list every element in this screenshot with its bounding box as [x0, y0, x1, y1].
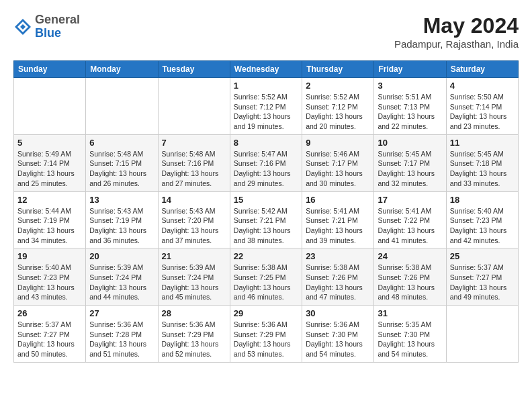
day-cell	[86, 78, 158, 135]
day-cell	[446, 306, 518, 363]
location-title: Padampur, Rajasthan, India	[394, 38, 519, 50]
day-number: 22	[234, 251, 298, 261]
day-info: Sunrise: 5:47 AM Sunset: 7:16 PM Dayligh…	[234, 149, 298, 189]
week-row-2: 5Sunrise: 5:49 AM Sunset: 7:14 PM Daylig…	[14, 134, 519, 191]
day-cell: 26Sunrise: 5:37 AM Sunset: 7:27 PM Dayli…	[14, 306, 86, 363]
day-info: Sunrise: 5:43 AM Sunset: 7:19 PM Dayligh…	[89, 206, 154, 246]
day-info: Sunrise: 5:45 AM Sunset: 7:17 PM Dayligh…	[378, 149, 442, 189]
day-cell: 18Sunrise: 5:40 AM Sunset: 7:23 PM Dayli…	[446, 191, 518, 248]
day-cell: 15Sunrise: 5:42 AM Sunset: 7:21 PM Dayli…	[230, 191, 302, 248]
day-number: 6	[89, 138, 154, 148]
month-year-title: May 2024	[394, 13, 519, 38]
day-info: Sunrise: 5:48 AM Sunset: 7:16 PM Dayligh…	[162, 149, 226, 189]
calendar-header: SundayMondayTuesdayWednesdayThursdayFrid…	[14, 61, 519, 78]
day-cell: 22Sunrise: 5:38 AM Sunset: 7:25 PM Dayli…	[230, 248, 302, 306]
day-info: Sunrise: 5:43 AM Sunset: 7:20 PM Dayligh…	[162, 206, 226, 246]
title-block: May 2024 Padampur, Rajasthan, India	[394, 13, 519, 50]
day-cell: 3Sunrise: 5:51 AM Sunset: 7:13 PM Daylig…	[374, 78, 446, 135]
day-info: Sunrise: 5:40 AM Sunset: 7:23 PM Dayligh…	[17, 263, 82, 302]
day-info: Sunrise: 5:46 AM Sunset: 7:17 PM Dayligh…	[306, 149, 370, 189]
day-cell: 7Sunrise: 5:48 AM Sunset: 7:16 PM Daylig…	[158, 134, 230, 191]
day-cell: 25Sunrise: 5:37 AM Sunset: 7:27 PM Dayli…	[446, 248, 518, 306]
day-cell: 8Sunrise: 5:47 AM Sunset: 7:16 PM Daylig…	[230, 134, 302, 191]
logo-icon	[13, 17, 32, 36]
day-info: Sunrise: 5:39 AM Sunset: 7:24 PM Dayligh…	[89, 263, 154, 302]
day-cell: 14Sunrise: 5:43 AM Sunset: 7:20 PM Dayli…	[158, 191, 230, 248]
day-number: 8	[234, 138, 298, 148]
day-number: 28	[162, 308, 226, 318]
day-cell	[14, 78, 86, 135]
day-info: Sunrise: 5:36 AM Sunset: 7:29 PM Dayligh…	[162, 320, 226, 359]
day-number: 25	[450, 251, 515, 261]
day-number: 15	[234, 195, 298, 205]
calendar-body: 1Sunrise: 5:52 AM Sunset: 7:12 PM Daylig…	[14, 78, 519, 363]
day-number: 1	[234, 81, 298, 91]
day-cell: 21Sunrise: 5:39 AM Sunset: 7:24 PM Dayli…	[158, 248, 230, 306]
day-number: 26	[17, 308, 82, 318]
day-number: 31	[378, 308, 442, 318]
day-number: 18	[450, 195, 515, 205]
day-info: Sunrise: 5:35 AM Sunset: 7:30 PM Dayligh…	[378, 320, 442, 359]
day-info: Sunrise: 5:37 AM Sunset: 7:27 PM Dayligh…	[450, 263, 515, 302]
day-cell: 30Sunrise: 5:36 AM Sunset: 7:30 PM Dayli…	[302, 306, 374, 363]
header-row: SundayMondayTuesdayWednesdayThursdayFrid…	[14, 61, 519, 78]
day-cell: 12Sunrise: 5:44 AM Sunset: 7:19 PM Dayli…	[14, 191, 86, 248]
day-info: Sunrise: 5:37 AM Sunset: 7:27 PM Dayligh…	[17, 320, 82, 359]
logo-general-text: General	[35, 13, 80, 26]
day-cell	[158, 78, 230, 135]
day-info: Sunrise: 5:38 AM Sunset: 7:26 PM Dayligh…	[378, 263, 442, 302]
day-number: 5	[17, 138, 82, 148]
day-number: 10	[378, 138, 442, 148]
day-info: Sunrise: 5:42 AM Sunset: 7:21 PM Dayligh…	[234, 206, 298, 246]
day-info: Sunrise: 5:49 AM Sunset: 7:14 PM Dayligh…	[17, 149, 82, 189]
logo-text: General Blue	[35, 13, 80, 40]
day-info: Sunrise: 5:36 AM Sunset: 7:29 PM Dayligh…	[234, 320, 298, 359]
day-info: Sunrise: 5:36 AM Sunset: 7:28 PM Dayligh…	[89, 320, 154, 359]
day-number: 30	[306, 308, 370, 318]
day-info: Sunrise: 5:45 AM Sunset: 7:18 PM Dayligh…	[450, 149, 515, 189]
day-cell: 10Sunrise: 5:45 AM Sunset: 7:17 PM Dayli…	[374, 134, 446, 191]
day-info: Sunrise: 5:50 AM Sunset: 7:14 PM Dayligh…	[450, 92, 515, 132]
day-cell: 23Sunrise: 5:38 AM Sunset: 7:26 PM Dayli…	[302, 248, 374, 306]
day-info: Sunrise: 5:41 AM Sunset: 7:22 PM Dayligh…	[378, 206, 442, 246]
day-number: 20	[89, 251, 154, 261]
day-cell: 1Sunrise: 5:52 AM Sunset: 7:12 PM Daylig…	[230, 78, 302, 135]
day-info: Sunrise: 5:52 AM Sunset: 7:12 PM Dayligh…	[306, 92, 370, 132]
day-number: 14	[162, 195, 226, 205]
day-cell: 28Sunrise: 5:36 AM Sunset: 7:29 PM Dayli…	[158, 306, 230, 363]
day-info: Sunrise: 5:36 AM Sunset: 7:30 PM Dayligh…	[306, 320, 370, 359]
header-cell-friday: Friday	[374, 61, 446, 78]
day-cell: 31Sunrise: 5:35 AM Sunset: 7:30 PM Dayli…	[374, 306, 446, 363]
day-number: 2	[306, 81, 370, 91]
calendar-table: SundayMondayTuesdayWednesdayThursdayFrid…	[13, 60, 519, 363]
page-header: General Blue May 2024 Padampur, Rajastha…	[13, 13, 519, 50]
day-number: 29	[234, 308, 298, 318]
day-info: Sunrise: 5:38 AM Sunset: 7:26 PM Dayligh…	[306, 263, 370, 302]
day-number: 13	[89, 195, 154, 205]
day-number: 17	[378, 195, 442, 205]
day-number: 9	[306, 138, 370, 148]
header-cell-monday: Monday	[86, 61, 158, 78]
header-cell-saturday: Saturday	[446, 61, 518, 78]
logo: General Blue	[13, 13, 80, 40]
week-row-3: 12Sunrise: 5:44 AM Sunset: 7:19 PM Dayli…	[14, 191, 519, 248]
day-info: Sunrise: 5:48 AM Sunset: 7:15 PM Dayligh…	[89, 149, 154, 189]
day-number: 7	[162, 138, 226, 148]
day-info: Sunrise: 5:51 AM Sunset: 7:13 PM Dayligh…	[378, 92, 442, 132]
day-number: 24	[378, 251, 442, 261]
day-number: 21	[162, 251, 226, 261]
logo-blue-text: Blue	[35, 26, 61, 40]
header-cell-tuesday: Tuesday	[158, 61, 230, 78]
day-info: Sunrise: 5:41 AM Sunset: 7:21 PM Dayligh…	[306, 206, 370, 246]
day-number: 16	[306, 195, 370, 205]
day-cell: 5Sunrise: 5:49 AM Sunset: 7:14 PM Daylig…	[14, 134, 86, 191]
header-cell-thursday: Thursday	[302, 61, 374, 78]
day-cell: 29Sunrise: 5:36 AM Sunset: 7:29 PM Dayli…	[230, 306, 302, 363]
day-cell: 27Sunrise: 5:36 AM Sunset: 7:28 PM Dayli…	[86, 306, 158, 363]
day-number: 12	[17, 195, 82, 205]
week-row-1: 1Sunrise: 5:52 AM Sunset: 7:12 PM Daylig…	[14, 78, 519, 135]
day-info: Sunrise: 5:52 AM Sunset: 7:12 PM Dayligh…	[234, 92, 298, 132]
day-number: 4	[450, 81, 515, 91]
week-row-4: 19Sunrise: 5:40 AM Sunset: 7:23 PM Dayli…	[14, 248, 519, 306]
day-number: 3	[378, 81, 442, 91]
